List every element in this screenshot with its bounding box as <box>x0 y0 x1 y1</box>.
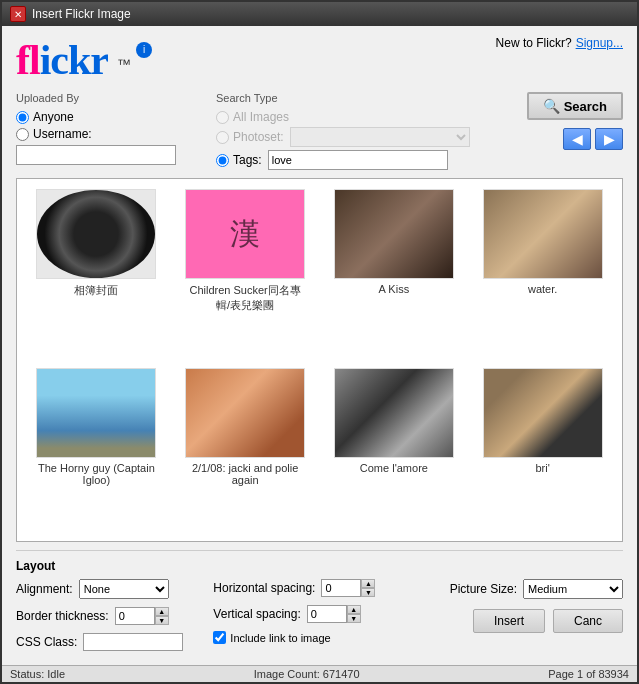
css-class-input[interactable] <box>83 633 183 651</box>
anyone-label: Anyone <box>33 110 74 124</box>
photoset-select[interactable] <box>290 127 470 147</box>
image-caption-7: bri' <box>535 462 549 474</box>
search-button-label: Search <box>564 99 607 114</box>
username-label: Username: <box>33 127 92 141</box>
layout-right-col: Picture Size: Small Medium Large Origina… <box>450 579 623 633</box>
horiz-spacing-row: Horizontal spacing: ▲ ▼ <box>213 579 375 597</box>
flickr-logo: flickr ™ i <box>16 36 152 84</box>
horiz-spacing-label: Horizontal spacing: <box>213 581 315 595</box>
prev-button[interactable]: ◀ <box>563 128 591 150</box>
search-type-options: All Images Photoset: <box>216 110 507 170</box>
tags-label: Tags: <box>233 153 262 167</box>
horiz-spinner-btns: ▲ ▼ <box>361 579 375 597</box>
horiz-down-btn[interactable]: ▼ <box>361 588 375 597</box>
image-thumb-6 <box>334 368 454 458</box>
image-caption-0: 相簿封面 <box>74 283 118 298</box>
image-cell-6[interactable]: Come l'amore <box>325 368 464 531</box>
next-button[interactable]: ▶ <box>595 128 623 150</box>
nav-buttons: ◀ ▶ <box>563 128 623 150</box>
thumb-warm <box>186 369 304 457</box>
image-thumb-0 <box>36 189 156 279</box>
tags-radio-label[interactable]: Tags: <box>216 153 262 167</box>
title-bar: ✕ Insert Flickr Image <box>2 2 637 26</box>
image-cell-5[interactable]: 2/1/08: jacki and polie again <box>176 368 315 531</box>
image-caption-4: The Horny guy (Captain Igloo) <box>36 462 156 486</box>
border-up-btn[interactable]: ▲ <box>155 607 169 616</box>
border-thickness-label: Border thickness: <box>16 609 109 623</box>
border-down-btn[interactable]: ▼ <box>155 616 169 625</box>
alignment-label: Alignment: <box>16 582 73 596</box>
layout-section: Layout Alignment: None Left Center Right <box>16 550 623 655</box>
thumb-vinyl <box>37 190 155 278</box>
image-caption-6: Come l'amore <box>360 462 428 474</box>
content-area: flickr ™ i New to Flickr? Signup... Uplo… <box>2 26 637 665</box>
uploaded-by-radios: Anyone Username: <box>16 110 196 141</box>
alignment-row: Alignment: None Left Center Right <box>16 579 183 599</box>
image-count: Image Count: 671470 <box>254 668 360 680</box>
thumb-brown <box>484 190 602 278</box>
signup-link[interactable]: Signup... <box>576 36 623 50</box>
picture-size-row: Picture Size: Small Medium Large Origina… <box>450 579 623 599</box>
image-thumb-3 <box>483 189 603 279</box>
horiz-spinner: ▲ ▼ <box>321 579 375 597</box>
picture-size-label: Picture Size: <box>450 582 517 596</box>
vert-down-btn[interactable]: ▼ <box>347 614 361 623</box>
horiz-up-btn[interactable]: ▲ <box>361 579 375 588</box>
search-type-label: Search Type <box>216 92 507 104</box>
image-cell-2[interactable]: A Kiss <box>325 189 464 358</box>
tags-radio[interactable] <box>216 154 229 167</box>
photoset-row: Photoset: <box>216 127 507 147</box>
thumb-puppy <box>484 369 602 457</box>
image-cell-4[interactable]: The Horny guy (Captain Igloo) <box>27 368 166 531</box>
tags-row: Tags: love <box>216 150 507 170</box>
photoset-label: Photoset: <box>233 130 284 144</box>
photoset-radio-label[interactable]: Photoset: <box>216 130 284 144</box>
layout-left-col: Alignment: None Left Center Right Border… <box>16 579 183 655</box>
picture-size-select[interactable]: Small Medium Large Original <box>523 579 623 599</box>
cancel-button[interactable]: Canc <box>553 609 623 633</box>
horiz-spacing-input[interactable] <box>321 579 361 597</box>
bottom-buttons: Insert Canc <box>473 609 623 633</box>
image-cell-7[interactable]: bri' <box>473 368 612 531</box>
layout-label: Layout <box>16 559 623 573</box>
vert-spacing-label: Vertical spacing: <box>213 607 300 621</box>
username-radio[interactable] <box>16 128 29 141</box>
username-radio-label[interactable]: Username: <box>16 127 196 141</box>
vert-spacing-input[interactable] <box>307 605 347 623</box>
status-bar: Status: Idle Image Count: 671470 Page 1 … <box>2 665 637 682</box>
tags-input[interactable]: love <box>268 150 448 170</box>
image-cell-0[interactable]: 相簿封面 <box>27 189 166 358</box>
vert-spinner-btns: ▲ ▼ <box>347 605 361 623</box>
anyone-radio-label[interactable]: Anyone <box>16 110 196 124</box>
all-images-radio <box>216 111 229 124</box>
border-thickness-input[interactable] <box>115 607 155 625</box>
vert-spinner: ▲ ▼ <box>307 605 361 623</box>
uploaded-by-label: Uploaded By <box>16 92 196 104</box>
border-spinner: ▲ ▼ <box>115 607 169 625</box>
image-cell-3[interactable]: water. <box>473 189 612 358</box>
anyone-radio[interactable] <box>16 111 29 124</box>
image-thumb-1: 漢 <box>185 189 305 279</box>
image-thumb-4 <box>36 368 156 458</box>
close-button[interactable]: ✕ <box>10 6 26 22</box>
photoset-radio <box>216 131 229 144</box>
image-thumb-5 <box>185 368 305 458</box>
border-row: Border thickness: ▲ ▼ <box>16 607 183 625</box>
include-link-checkbox[interactable] <box>213 631 226 644</box>
status-text: Status: Idle <box>10 668 65 680</box>
insert-button[interactable]: Insert <box>473 609 545 633</box>
info-icon[interactable]: i <box>136 42 152 58</box>
image-thumb-7 <box>483 368 603 458</box>
thumb-bw <box>335 369 453 457</box>
window-title: Insert Flickr Image <box>32 7 131 21</box>
alignment-select[interactable]: None Left Center Right <box>79 579 169 599</box>
include-link-text: Include link to image <box>230 632 330 644</box>
username-input[interactable] <box>16 145 176 165</box>
image-cell-1[interactable]: 漢 Children Sucker同名專輯/表兒樂團 <box>176 189 315 358</box>
search-button[interactable]: 🔍 Search <box>527 92 623 120</box>
vert-up-btn[interactable]: ▲ <box>347 605 361 614</box>
image-caption-2: A Kiss <box>379 283 410 295</box>
image-caption-5: 2/1/08: jacki and polie again <box>185 462 305 486</box>
all-images-radio-label[interactable]: All Images <box>216 110 507 124</box>
include-link-label[interactable]: Include link to image <box>213 631 330 644</box>
